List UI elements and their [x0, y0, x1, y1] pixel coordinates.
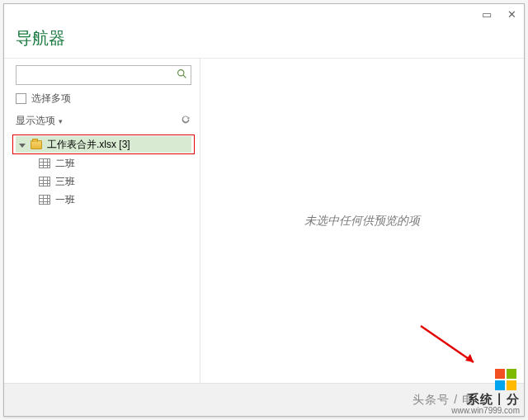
worksheet-icon	[39, 158, 50, 168]
watermark-logo	[495, 369, 516, 390]
caret-down-icon	[19, 144, 26, 148]
tree-leaf-sheet[interactable]: 二班	[39, 156, 191, 171]
svg-line-1	[183, 75, 186, 78]
display-options-toggle[interactable]: 显示选项 ▾	[16, 114, 63, 128]
navigator-window: ▭ ✕ 导航器 选择多项 显示选项 ▾	[3, 3, 525, 417]
footer: 头条号 / 电	[4, 383, 524, 416]
tree-leaf-sheet[interactable]: 一班	[39, 192, 191, 207]
tree-leaf-label: 二班	[55, 157, 75, 171]
preview-empty-text: 未选中任何供预览的项	[304, 214, 420, 229]
window-close-button[interactable]: ✕	[504, 7, 519, 21]
watermark-line1: 系统丨分	[451, 393, 520, 407]
watermark-text: 系统丨分 www.win7999.com	[451, 393, 520, 416]
tree-children: 二班 三班 一班	[16, 156, 191, 207]
tree-root-label: 工作表合并.xlsx [3]	[47, 138, 130, 152]
preview-pane: 未选中任何供预览的项	[200, 59, 524, 383]
worksheet-icon	[39, 195, 50, 205]
svg-point-0	[177, 70, 183, 76]
display-options-row: 显示选项 ▾	[16, 112, 191, 131]
tree-leaf-label: 三班	[55, 175, 75, 189]
multi-select-checkbox[interactable]	[16, 93, 26, 104]
display-options-label: 显示选项	[16, 114, 55, 128]
multi-select-row[interactable]: 选择多项	[16, 90, 191, 107]
left-pane: 选择多项 显示选项 ▾ 工作表合并.xlsx [3]	[4, 59, 200, 383]
multi-select-label: 选择多项	[31, 92, 71, 106]
tree-root-file[interactable]: 工作表合并.xlsx [3]	[16, 136, 191, 153]
titlebar: ▭ ✕	[4, 4, 524, 24]
worksheet-icon	[39, 177, 50, 186]
search-field[interactable]	[16, 65, 191, 85]
search-icon[interactable]	[172, 68, 191, 82]
body: 选择多项 显示选项 ▾ 工作表合并.xlsx [3]	[4, 58, 524, 383]
tree-leaf-label: 一班	[55, 193, 75, 207]
folder-icon	[31, 140, 42, 149]
page-title: 导航器	[4, 24, 524, 58]
chevron-down-icon: ▾	[59, 117, 63, 125]
search-input[interactable]	[16, 66, 172, 84]
tree: 工作表合并.xlsx [3] 二班 三班 一班	[16, 136, 191, 207]
window-maximize-button[interactable]: ▭	[479, 7, 494, 21]
tree-leaf-sheet[interactable]: 三班	[39, 174, 191, 189]
refresh-icon[interactable]	[180, 114, 191, 128]
watermark-line2: www.win7999.com	[451, 406, 520, 415]
